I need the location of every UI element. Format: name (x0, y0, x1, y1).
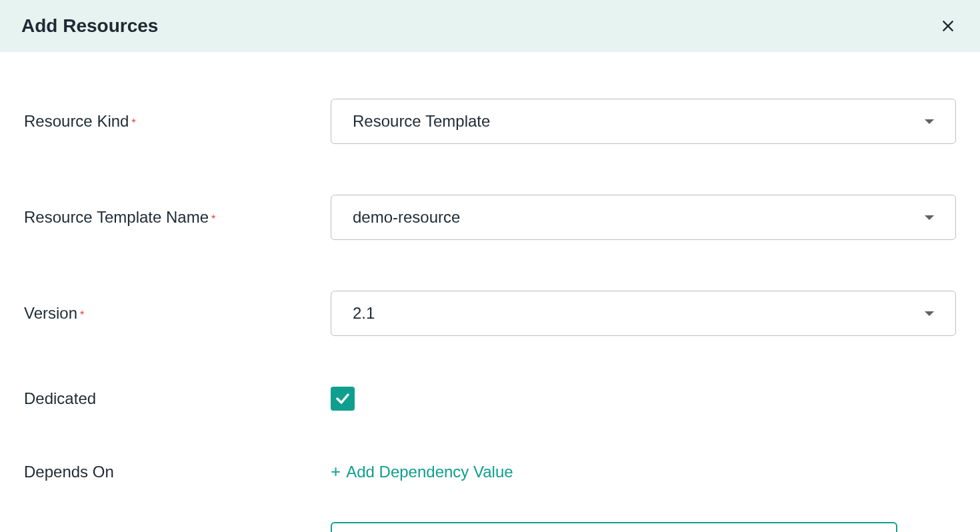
chevron-down-icon (925, 311, 934, 316)
close-icon (941, 19, 955, 33)
select-version[interactable]: 2.1 (331, 291, 956, 336)
select-resource-template-name-value: demo-resource (353, 208, 925, 227)
select-dependency[interactable]: Select a resource template for dependenc… (331, 522, 897, 532)
checkbox-dedicated[interactable] (331, 387, 355, 411)
check-icon (335, 391, 351, 407)
required-mark: * (131, 117, 135, 129)
row-dedicated: Dedicated (24, 387, 956, 411)
chevron-down-icon (925, 215, 934, 220)
close-button[interactable] (937, 15, 959, 37)
required-mark: * (80, 309, 84, 321)
select-resource-template-name[interactable]: demo-resource (331, 195, 956, 240)
add-dependency-button[interactable]: + Add Dependency Value (331, 461, 513, 482)
label-dedicated: Dedicated (24, 389, 96, 407)
label-resource-template-name: Resource Template Name (24, 208, 209, 226)
add-dependency-label: Add Dependency Value (346, 463, 513, 481)
dependency-row: Select a resource template for dependenc… (331, 522, 956, 532)
label-resource-kind: Resource Kind (24, 112, 129, 130)
row-depends-on: Depends On + Add Dependency Value (24, 461, 956, 482)
select-resource-kind[interactable]: Resource Template (331, 99, 956, 144)
row-resource-template-name: Resource Template Name* demo-resource (24, 195, 956, 240)
select-resource-kind-value: Resource Template (353, 112, 925, 131)
select-version-value: 2.1 (353, 304, 925, 323)
chevron-down-icon (925, 119, 934, 124)
plus-icon: + (331, 461, 341, 482)
form-body: Resource Kind* Resource Template Resourc… (0, 52, 980, 532)
required-mark: * (211, 213, 215, 225)
dialog-title: Add Resources (21, 15, 158, 37)
label-version: Version (24, 304, 77, 322)
dialog-header: Add Resources (0, 0, 980, 52)
label-depends-on: Depends On (24, 463, 114, 481)
row-resource-kind: Resource Kind* Resource Template (24, 99, 956, 144)
row-version: Version* 2.1 (24, 291, 956, 336)
